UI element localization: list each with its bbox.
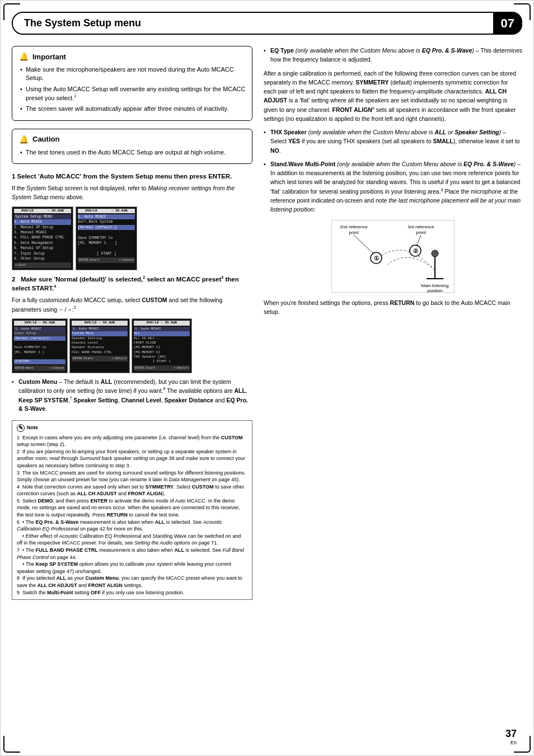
s2a-items: Input Setup (Normal (default)) Save SYMM… — [14, 331, 65, 364]
return-text: When you're finished settings the option… — [264, 298, 522, 317]
chapter-header: The System Setup menu 07 — [12, 12, 522, 35]
step2-screen-b: DVD/LD – 55.0dB 1. Auto MCACC Custom Men… — [69, 318, 130, 373]
thx-speaker-bullet: THX Speaker (only available when the Cus… — [264, 128, 522, 155]
listening-position-diagram: ① ② 2nd reference point 3rd reference po… — [331, 220, 455, 293]
s2c-bar: ENTER:Start↩:Return — [134, 365, 190, 371]
step1-heading: 1 Select 'Auto MCACC' from the System Se… — [12, 172, 252, 181]
svg-text:①: ① — [374, 255, 379, 261]
note-icon: ✎ — [17, 424, 25, 432]
important-list: Make sure the microphone/speakers are no… — [18, 65, 246, 114]
custom-menu-item: Custom Menu – The default is ALL (recomm… — [12, 378, 252, 414]
note-title: Note — [27, 424, 38, 431]
s2b-title: DVD/LD – 55.0dB — [72, 321, 128, 325]
s2a-title: DVD/LD – 55.0dB — [14, 321, 65, 325]
standwave-bullet: Stand.Wave Multi-Point (only available w… — [264, 159, 522, 214]
page-number: 37 — [505, 728, 517, 740]
caution-title: Caution — [32, 135, 59, 143]
screen-1-bar: ↩:Exit — [14, 262, 71, 268]
caution-icon: 🔔 — [18, 134, 29, 145]
note-item-7: 7 • The FULL BAND PHASE CTRL measurement… — [17, 547, 247, 561]
custom-menu-list: Custom Menu – The default is ALL (recomm… — [12, 378, 252, 414]
note-item-3: 3 The six MCACC presets are used for sto… — [17, 469, 247, 483]
content-area: 🔔 Important Make sure the microphone/spe… — [12, 46, 522, 600]
note-item-9: 9 Switch the Multi-Point setting OFF if … — [17, 589, 247, 597]
important-title: Important — [32, 53, 66, 61]
s2a-bar: ENTER:Next↩:Cancel — [14, 365, 65, 371]
note-item-8: 8 If you selected ALL as your Custom Men… — [17, 575, 247, 589]
screen-1: DVD/LD – 55.0dB System Setup MENU 1. Aut… — [12, 206, 73, 271]
svg-text:3rd reference: 3rd reference — [407, 224, 434, 229]
note-box: ✎ Note 1 Except in cases where you are o… — [12, 420, 252, 600]
note-item-2: 2 If you are planning on bi-amping your … — [17, 448, 247, 469]
screen-2: DVD/LD – 55.0dB 1. Auto MCACC Surr.Back … — [76, 206, 137, 271]
s2b-bar: ENTER:Start↩:Return — [72, 356, 128, 361]
svg-text:2nd reference: 2nd reference — [340, 224, 368, 229]
list-item: Using the Auto MCACC Setup will overwrit… — [20, 85, 246, 102]
step2-section: 2 Make sure 'Normal (default)' is select… — [12, 275, 252, 413]
page-number-area: 37 En — [505, 728, 517, 745]
note-item-7b: • The Keep SP SYSTEM option allows you t… — [17, 561, 247, 575]
list-item: The test tones used in the Auto MCACC Se… — [20, 148, 246, 157]
page-container: The System Setup menu 07 🔔 Important Mak… — [0, 0, 534, 756]
caution-box: 🔔 Caution The test tones used in the Aut… — [12, 129, 252, 164]
svg-text:point: point — [349, 230, 359, 235]
svg-text:position: position — [427, 288, 443, 293]
step2-screens: DVD/LD – 55.0dB 1. Auto MCACC Input Setu… — [12, 318, 252, 373]
screen-1-menu: System Setup MENU — [14, 214, 71, 219]
note-item-1: 1 Except in cases where you are only adj… — [17, 434, 247, 448]
screen-1-title: DVD/LD – 55.0dB — [14, 209, 71, 213]
step2-heading: 2 Make sure 'Normal (default)' is select… — [12, 275, 252, 293]
chapter-number: 07 — [493, 12, 522, 35]
step1-body: If the System Setup screen is not displa… — [12, 184, 252, 202]
svg-text:point: point — [416, 230, 426, 235]
eq-type-bullet: EQ Type (only available when the Custom … — [264, 46, 522, 64]
note-item-6: 6 • The EQ Pro. & S-Wave measurement is … — [17, 519, 247, 533]
screen-2-bar: ENTER:Start↩:Cancel — [78, 257, 135, 263]
screen-2-title: DVD/LD – 55.0dB — [78, 209, 135, 213]
list-item: Make sure the microphone/speakers are no… — [20, 65, 246, 83]
note-item-4: 4 Note that correction curves are saved … — [17, 483, 247, 497]
s2b-items: Custom Menu Speaker Setting Channel Leve… — [72, 331, 128, 355]
caution-list: The test tones used in the Auto MCACC Se… — [18, 148, 246, 157]
step2-body: For a fully customized Auto MCACC setup,… — [12, 296, 252, 314]
svg-text:Main listening: Main listening — [421, 283, 449, 288]
step1-screens: DVD/LD – 55.0dB System Setup MENU 1. Aut… — [12, 206, 252, 271]
screen-2-items: 1. Auto MCACC Surr.Back System [Normal (… — [78, 214, 135, 256]
chapter-title: The System Setup menu — [24, 17, 141, 29]
screen-1-items: 1. Auto MCACC 2. Manual SP Setup 3. Manu… — [14, 219, 71, 261]
note-item-5: 5 Select DEMO, and then press ENTER to a… — [17, 497, 247, 519]
step1-section: 1 Select 'Auto MCACC' from the System Se… — [12, 172, 252, 270]
svg-text:②: ② — [413, 248, 418, 254]
s2c-items: ALL ALL CH ADJ... FRONT ALIGN [M2.MEMORY… — [134, 331, 190, 364]
s2c-title: DVD/LD – 55.0dB — [134, 321, 190, 325]
corner-decoration-bl — [3, 736, 20, 753]
caution-header: 🔔 Caution — [18, 134, 246, 145]
important-icon: 🔔 — [18, 51, 29, 62]
note-item-6b: • Either effect of Acoustic Calibration … — [17, 533, 247, 547]
note-header: ✎ Note — [17, 424, 247, 432]
step2-screen-c: DVD/LD – 55.0dB 1. Auto MCACC ALL ALL CH… — [132, 318, 192, 373]
diagram-container: ① ② 2nd reference point 3rd reference po… — [264, 220, 522, 293]
important-header: 🔔 Important — [18, 51, 246, 62]
left-column: 🔔 Important Make sure the microphone/spe… — [12, 46, 252, 600]
list-item: The screen saver will automatically appe… — [20, 105, 246, 113]
page-en: En — [505, 740, 517, 745]
right-column: EQ Type (only available when the Custom … — [264, 46, 522, 600]
svg-point-7 — [432, 250, 438, 257]
step2-screen-a: DVD/LD – 55.0dB 1. Auto MCACC Input Setu… — [12, 318, 68, 373]
important-box: 🔔 Important Make sure the microphone/spe… — [12, 46, 252, 121]
main-mcacc-text: After a single calibration is performed,… — [264, 69, 522, 124]
